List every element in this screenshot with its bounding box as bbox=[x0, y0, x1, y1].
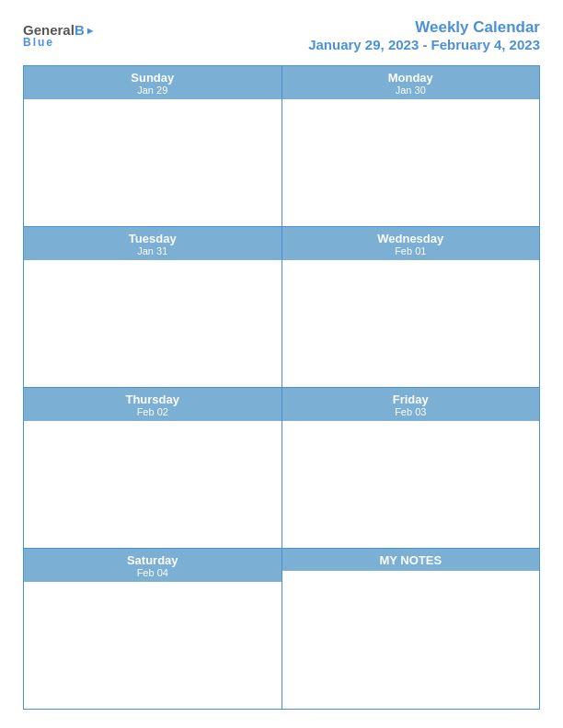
cell-wednesday: Wednesday Feb 01 bbox=[282, 227, 540, 387]
friday-body bbox=[282, 421, 540, 548]
friday-header: Friday Feb 03 bbox=[282, 388, 540, 421]
wednesday-name: Wednesday bbox=[286, 232, 536, 245]
calendar-grid: Sunday Jan 29 Monday Jan 30 Tuesday Jan … bbox=[23, 65, 540, 710]
notes-body bbox=[282, 571, 540, 709]
date-range: January 29, 2023 - February 4, 2023 bbox=[308, 37, 540, 52]
calendar-title: Weekly Calendar bbox=[308, 18, 540, 37]
thursday-header: Thursday Feb 02 bbox=[24, 388, 282, 421]
sunday-body bbox=[24, 99, 282, 226]
wednesday-header: Wednesday Feb 01 bbox=[282, 227, 540, 260]
monday-date: Jan 30 bbox=[286, 85, 536, 96]
sunday-name: Sunday bbox=[28, 71, 278, 85]
page: GeneralB► Blue Weekly Calendar January 2… bbox=[0, 0, 563, 728]
monday-header: Monday Jan 30 bbox=[282, 66, 540, 99]
wednesday-date: Feb 01 bbox=[286, 245, 536, 256]
cell-sunday: Sunday Jan 29 bbox=[24, 66, 282, 226]
friday-name: Friday bbox=[286, 392, 536, 406]
saturday-name: Saturday bbox=[28, 553, 278, 567]
logo-blue-inline: B bbox=[75, 22, 85, 38]
calendar-row-2: Tuesday Jan 31 Wednesday Feb 01 bbox=[24, 227, 539, 388]
monday-body bbox=[282, 99, 540, 226]
calendar-row-3: Thursday Feb 02 Friday Feb 03 bbox=[24, 388, 539, 549]
saturday-date: Feb 04 bbox=[28, 567, 278, 578]
sunday-date: Jan 29 bbox=[28, 85, 278, 96]
monday-name: Monday bbox=[286, 71, 536, 85]
notes-label: MY NOTES bbox=[286, 553, 536, 567]
cell-thursday: Thursday Feb 02 bbox=[24, 388, 282, 548]
thursday-body bbox=[24, 421, 282, 548]
cell-saturday: Saturday Feb 04 bbox=[24, 549, 282, 709]
logo-blue-text: Blue bbox=[23, 36, 54, 49]
calendar-row-1: Sunday Jan 29 Monday Jan 30 bbox=[24, 66, 539, 227]
saturday-header: Saturday Feb 04 bbox=[24, 549, 282, 582]
tuesday-header: Tuesday Jan 31 bbox=[24, 227, 282, 260]
logo: GeneralB► Blue bbox=[23, 22, 96, 49]
wednesday-body bbox=[282, 260, 540, 387]
header: GeneralB► Blue Weekly Calendar January 2… bbox=[23, 18, 540, 52]
calendar-row-4: Saturday Feb 04 MY NOTES bbox=[24, 549, 539, 709]
tuesday-body bbox=[24, 260, 282, 387]
cell-friday: Friday Feb 03 bbox=[282, 388, 540, 548]
saturday-body bbox=[24, 582, 282, 709]
friday-date: Feb 03 bbox=[286, 406, 536, 417]
tuesday-name: Tuesday bbox=[28, 232, 278, 245]
header-title: Weekly Calendar January 29, 2023 - Febru… bbox=[308, 18, 540, 52]
cell-notes: MY NOTES bbox=[282, 549, 540, 709]
notes-header: MY NOTES bbox=[282, 549, 540, 571]
thursday-name: Thursday bbox=[28, 392, 278, 406]
sunday-header: Sunday Jan 29 bbox=[24, 66, 282, 99]
cell-tuesday: Tuesday Jan 31 bbox=[24, 227, 282, 387]
logo-flag-icon: ► bbox=[86, 25, 96, 36]
tuesday-date: Jan 31 bbox=[28, 245, 278, 256]
cell-monday: Monday Jan 30 bbox=[282, 66, 540, 226]
thursday-date: Feb 02 bbox=[28, 406, 278, 417]
